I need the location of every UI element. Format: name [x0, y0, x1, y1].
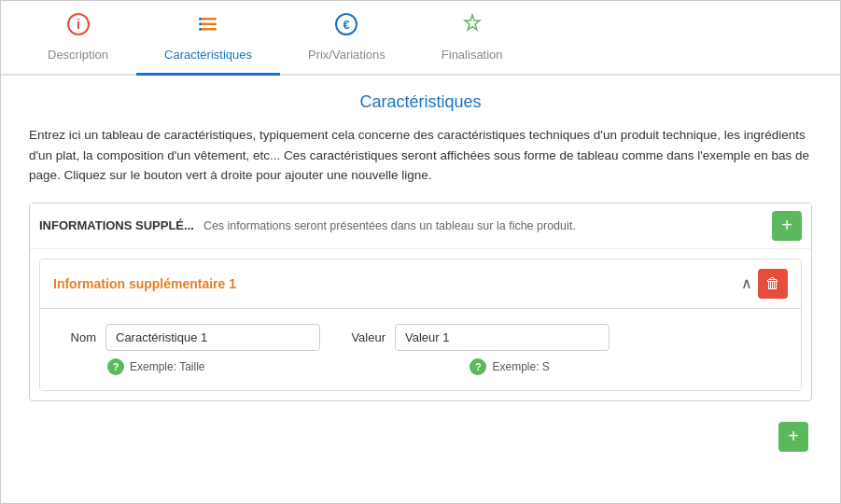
info-box-header: INFORMATIONS SUPPLÉ... Ces informations …: [30, 203, 811, 249]
tab-bar: i Description Caractéristiques € Prix/Va…: [1, 1, 840, 76]
accordion-controls: ∧ 🗑: [741, 269, 788, 299]
trash-icon: 🗑: [765, 275, 780, 292]
nom-hint-icon: ?: [107, 358, 124, 375]
nom-field-group: Nom: [59, 324, 320, 351]
tab-description-label: Description: [48, 48, 108, 62]
tab-prix-label: Prix/Variations: [308, 48, 385, 62]
add-info-button[interactable]: +: [772, 211, 802, 241]
chevron-up-icon: ∧: [741, 275, 752, 291]
nom-hint-text: Exemple: Taille: [130, 360, 204, 373]
valeur-hint-text: Exemple: S: [492, 360, 549, 373]
accordion-body: Nom Valeur ?: [40, 309, 801, 390]
nom-label: Nom: [59, 330, 96, 344]
svg-rect-3: [200, 23, 217, 26]
valeur-input[interactable]: [395, 324, 610, 351]
finalisation-icon: [460, 12, 484, 42]
valeur-field-group: Valeur: [348, 324, 610, 351]
tab-caracteristiques[interactable]: Caractéristiques: [136, 1, 280, 76]
bottom-add-icon: +: [788, 426, 799, 447]
svg-rect-2: [200, 18, 217, 21]
svg-point-5: [199, 18, 202, 21]
description-icon: i: [66, 12, 91, 42]
info-box: INFORMATIONS SUPPLÉ... Ces informations …: [29, 203, 812, 401]
tab-description[interactable]: i Description: [20, 1, 136, 74]
svg-rect-4: [200, 28, 217, 31]
info-box-title: INFORMATIONS SUPPLÉ...: [39, 218, 194, 232]
add-info-icon: +: [781, 215, 792, 236]
valeur-hint-group: ? Exemple: S: [470, 358, 549, 375]
svg-text:i: i: [77, 17, 80, 32]
accordion-header: Information supplémentaire 1 ∧ 🗑: [40, 259, 801, 309]
accordion-title: Information supplémentaire 1: [53, 276, 236, 291]
info-box-subtitle: Ces informations seront présentées dans …: [203, 219, 763, 232]
bottom-bar: +: [29, 414, 812, 459]
tab-caracteristiques-label: Caractéristiques: [164, 48, 252, 62]
accordion-collapse-button[interactable]: ∧: [741, 274, 752, 292]
nom-hint-group: ? Exemple: Taille: [107, 358, 204, 375]
tab-finalisation-label: Finalisation: [442, 48, 503, 62]
accordion-item-1: Information supplémentaire 1 ∧ 🗑 Nom: [39, 259, 802, 391]
tab-prix-variations[interactable]: € Prix/Variations: [280, 1, 413, 74]
nom-input[interactable]: [105, 324, 320, 351]
valeur-hint-icon: ?: [470, 358, 486, 375]
caracteristiques-icon: [196, 12, 220, 42]
description-paragraph: Entrez ici un tableau de caractéristique…: [29, 125, 812, 186]
accordion-delete-button[interactable]: 🗑: [758, 269, 788, 299]
hint-row: ? Exemple: Taille ? Exemple: S: [59, 358, 782, 375]
svg-point-7: [199, 28, 202, 31]
svg-point-6: [199, 22, 202, 25]
field-row-1: Nom Valeur: [59, 324, 782, 351]
main-content: Caractéristiques Entrez ici un tableau d…: [1, 76, 840, 476]
prix-icon: €: [334, 12, 358, 42]
svg-marker-10: [465, 15, 480, 30]
section-title: Caractéristiques: [29, 92, 812, 112]
bottom-add-button[interactable]: +: [778, 422, 808, 452]
svg-text:€: €: [343, 18, 350, 32]
valeur-label: Valeur: [348, 330, 385, 344]
tab-finalisation[interactable]: Finalisation: [413, 1, 531, 74]
